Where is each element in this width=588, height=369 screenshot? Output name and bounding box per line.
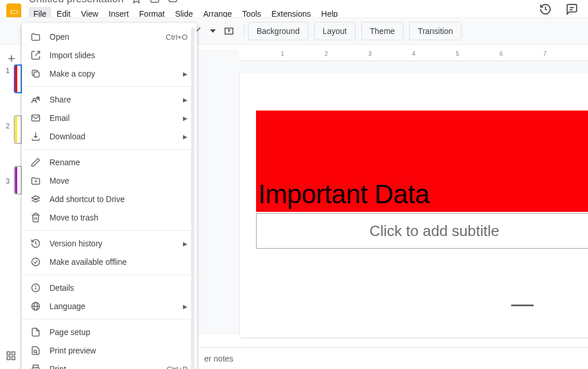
transition-button[interactable]: Transition [409,22,461,40]
ruler-tick: 5 [456,51,459,57]
menu-item-move[interactable]: Move [22,172,197,190]
menu-item-version-history[interactable]: Version history▶ [22,234,197,253]
menu-item-label: Page setup [49,328,188,337]
submenu-caret-icon: ▶ [183,115,188,121]
menu-item-share[interactable]: Share▶ [22,90,197,109]
add-slide-button[interactable]: + [5,52,18,66]
speaker-notes[interactable]: er notes [198,347,588,369]
svg-rect-8 [7,352,10,355]
preview-icon [30,345,41,356]
history-icon [30,238,41,249]
offline-icon [30,256,41,268]
history-icon[interactable] [537,1,553,17]
slide-thumbnail[interactable] [14,166,22,195]
menu-item-open[interactable]: OpenCtrl+O [22,28,197,46]
ruler-tick: 4 [412,51,415,57]
copy-icon [30,68,41,79]
slide-thumbnail[interactable] [14,115,22,144]
page-icon [30,326,41,338]
menu-separator [22,149,197,150]
menu-item-label: Print [49,364,167,369]
shortcut-icon [30,193,41,205]
grid-view-icon[interactable] [6,351,17,362]
title-text: Important Data [258,178,429,210]
layout-button[interactable]: Layout [314,22,356,40]
menu-item-add-shortcut-to-drive[interactable]: Add shortcut to Drive [22,190,197,208]
rename-icon [30,157,41,168]
menu-item-label: Make available offline [49,257,188,267]
menu-item-label: Language [49,302,183,311]
svg-marker-4 [210,29,216,33]
svg-point-23 [36,286,36,287]
menu-item-label: Open [49,32,166,41]
menu-item-label: Email [49,113,183,123]
menu-item-print-preview[interactable]: Print preview [22,341,197,360]
ruler-tick: 7 [543,51,547,57]
menu-item-download[interactable]: Download▶ [22,127,197,146]
submenu-caret-icon: ▶ [183,71,188,77]
file-menu-dropdown: OpenCtrl+OImport slidesMake a copy▶Share… [22,23,197,369]
menu-item-make-a-copy[interactable]: Make a copy▶ [22,64,197,83]
subtitle-placeholder[interactable]: Click to add subtitle [256,213,588,249]
menu-item-move-to-trash[interactable]: Move to trash [22,208,197,227]
menu-item-label: Import slides [49,51,188,60]
scrollbar[interactable] [191,28,194,369]
svg-rect-12 [34,72,39,77]
slide-number: 1 [6,67,10,75]
menu-item-page-setup[interactable]: Page setup [22,323,197,341]
background-button[interactable]: Background [248,22,308,40]
menu-item-label: Details [49,283,188,292]
menu-item-make-available-offline[interactable]: Make available offline [22,253,197,271]
move-to-folder-icon[interactable] [149,0,161,5]
submenu-caret-icon: ▶ [183,97,188,103]
star-icon[interactable] [131,0,142,5]
line-dropdown-icon[interactable] [208,22,217,40]
print-icon [30,363,41,369]
submenu-caret-icon: ▶ [183,241,188,247]
subtitle-text: Click to add subtitle [369,222,499,240]
download-icon [30,131,41,142]
slide-thumbnail[interactable] [14,64,22,93]
share-icon [30,94,41,105]
ruler-tick: 6 [499,51,503,57]
email-icon [30,112,41,124]
cloud-status-icon[interactable] [167,0,179,5]
menu-item-details[interactable]: Details [22,279,197,297]
menu-item-label: Rename [49,158,188,167]
submenu-caret-icon: ▶ [183,134,188,140]
keyboard-shortcut: Ctrl+P [167,365,188,370]
folder-icon [30,31,41,43]
textbox-tool-icon[interactable] [220,22,238,40]
menu-separator [22,275,197,275]
submenu-caret-icon: ▶ [183,303,188,310]
language-icon [30,300,41,312]
svg-rect-9 [12,352,15,355]
menu-item-label: Share [49,95,183,104]
svg-marker-0 [132,0,141,3]
menu-item-label: Make a copy [49,69,183,78]
menu-item-label: Download [49,132,183,141]
menu-item-import-slides[interactable]: Import slides [22,46,197,64]
menu-item-print[interactable]: PrintCtrl+P [22,360,197,369]
slide-canvas[interactable]: Important Data Click to add subtitle [240,73,588,337]
svg-point-27 [34,350,37,353]
resize-handle[interactable] [511,305,534,306]
document-title[interactable]: Untitled presentation [29,0,124,5]
slide-number: 3 [6,177,10,185]
keyboard-shortcut: Ctrl+O [166,33,188,41]
menu-item-label: Move to trash [49,213,188,222]
info-icon [30,282,41,294]
menu-item-email[interactable]: Email▶ [22,109,197,127]
svg-rect-11 [12,357,15,360]
menu-item-label: Add shortcut to Drive [49,195,188,204]
ruler-tick: 2 [324,51,328,57]
move-icon [30,175,41,187]
comments-icon[interactable] [564,1,580,17]
svg-line-28 [36,352,37,353]
menu-item-rename[interactable]: Rename [22,153,197,172]
menu-separator [22,86,197,87]
menu-item-language[interactable]: Language▶ [22,297,197,315]
speaker-notes-label: er notes [204,354,234,363]
title-placeholder[interactable]: Important Data [256,111,588,212]
theme-button[interactable]: Theme [361,22,404,40]
